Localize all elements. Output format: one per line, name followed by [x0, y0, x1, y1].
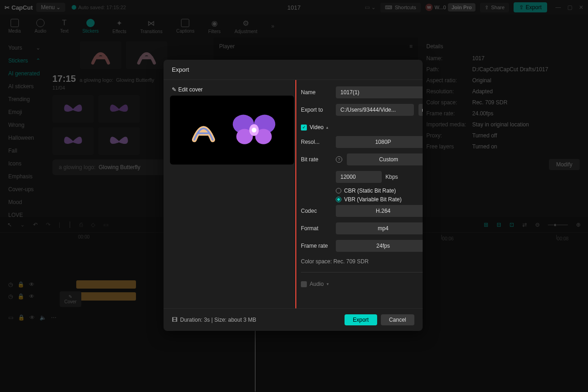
export-button-top[interactable]: ⇪ Export [514, 2, 547, 12]
tool-captions[interactable]: Captions [176, 19, 194, 34]
checkbox-off-icon[interactable] [301, 281, 307, 287]
zoom-slider[interactable]: —●—— [548, 222, 568, 228]
modify-button[interactable]: Modify [549, 159, 580, 170]
tool-icon[interactable]: ◇ [91, 222, 95, 228]
clock-icon[interactable]: ◷ [8, 281, 13, 288]
close-icon[interactable]: ✕ [579, 4, 583, 11]
tools-row: Media Audio TText Stickers ✦Effects ⋈Tra… [0, 15, 588, 38]
sidebar-stickers[interactable]: Stickers⌃ [0, 54, 49, 67]
codec-select[interactable]: H.264 [336, 205, 423, 217]
player-title: Player [219, 43, 235, 50]
tool-text[interactable]: TText [60, 19, 68, 34]
chevron-down-icon[interactable]: ⌄ [20, 222, 25, 228]
volume-icon[interactable]: 🔈 [40, 314, 46, 321]
tool-transitions[interactable]: ⋈Transitions [140, 19, 163, 34]
join-pro-button[interactable]: Join Pro [448, 3, 475, 11]
sidebar-item[interactable]: Wrong [0, 119, 49, 131]
folder-icon[interactable]: 🗀 [418, 104, 423, 116]
cover-button[interactable]: ✎Cover [60, 291, 81, 307]
avatar[interactable]: W [425, 4, 433, 11]
sidebar-item[interactable]: Trending [0, 93, 49, 106]
export-button[interactable]: Export [345, 314, 377, 325]
sidebar-item[interactable]: LOVE [0, 209, 49, 222]
sidebar-item[interactable]: Mood [0, 196, 49, 209]
lock-icon[interactable]: 🔒 [17, 281, 24, 288]
name-input[interactable] [336, 86, 423, 98]
tool-icon[interactable]: ⎙ [79, 222, 83, 228]
vbr-radio[interactable]: VBR (Variable Bit Rate) [336, 196, 423, 203]
sticker-thumb[interactable] [80, 41, 121, 69]
eye-icon[interactable]: 👁 [29, 293, 34, 300]
exportto-input[interactable] [336, 104, 414, 116]
timeline-clip[interactable] [76, 292, 136, 301]
titlebar: ✂ CapCut Menu ⌄ Auto saved: 17:15:22 101… [0, 0, 588, 15]
hamburger-icon[interactable]: ≡ [409, 43, 413, 50]
sidebar-yours[interactable]: Yours⌄ [0, 41, 49, 54]
tool-audio[interactable]: Audio [34, 19, 46, 34]
cbr-radio[interactable]: CBR (Static Bit Rate) [336, 187, 423, 194]
lock-icon[interactable]: 🔒 [17, 293, 24, 300]
format-select[interactable]: mp4 [336, 222, 423, 234]
tools-more-icon[interactable]: » [271, 23, 274, 29]
tool-icon[interactable]: ⇄ [522, 222, 527, 228]
sidebar-item[interactable]: AI stickers [0, 80, 49, 93]
more-icon[interactable]: ⋯ [51, 314, 57, 321]
tool-effects[interactable]: ✦Effects [113, 19, 126, 34]
sticker-thumb[interactable] [98, 127, 140, 155]
tool-icon[interactable]: ⊟ [497, 222, 501, 228]
bitrate-value-input[interactable] [336, 171, 382, 183]
checkbox-on-icon[interactable]: ✓ [301, 125, 307, 131]
tool-filters[interactable]: ◉Filters [208, 19, 220, 34]
dialog-title: Export [164, 60, 423, 80]
tool-icon[interactable]: ▭ [8, 314, 13, 321]
audio-section[interactable]: Audio▾ [301, 281, 423, 287]
pointer-icon[interactable]: ↖ [7, 222, 12, 228]
divider [301, 272, 423, 273]
redo-icon[interactable]: ↷ [46, 222, 51, 228]
sidebar-item[interactable]: AI generated [0, 67, 49, 80]
sidebar-item[interactable]: Halloween [0, 131, 49, 144]
tool-icon[interactable]: ⊞ [484, 222, 488, 228]
edit-cover-button[interactable]: ✎ Edit cover [170, 86, 293, 93]
sidebar-item[interactable]: Emphasis [0, 170, 49, 183]
share-button[interactable]: ⇪ Share [480, 3, 509, 12]
aspect-icon[interactable]: ▭ ⌄ [365, 4, 376, 11]
lock-icon[interactable]: 🔒 [18, 314, 25, 321]
tool-media[interactable]: Media [8, 19, 21, 34]
resolution-select[interactable]: 1080P [336, 136, 423, 148]
timeline-clip[interactable] [76, 280, 136, 289]
tool-adjustment[interactable]: ⚙Adjustment [234, 19, 257, 34]
framerate-select[interactable]: 24fps [336, 240, 423, 252]
tool-stickers[interactable]: Stickers [82, 19, 99, 34]
shortcuts-button[interactable]: ⌨ Shortcuts [380, 3, 420, 12]
sticker-thumb[interactable] [126, 41, 167, 69]
zoom-out-icon[interactable]: ⊖ [535, 222, 540, 228]
sticker-thumb[interactable] [52, 95, 94, 123]
bitrate-select[interactable]: Custom [347, 153, 423, 165]
cancel-button[interactable]: Cancel [381, 314, 414, 325]
eye-icon[interactable]: 👁 [29, 281, 34, 288]
sidebar-item[interactable]: Emoji [0, 106, 49, 119]
colorspace-text: Color space: Rec. 709 SDR [301, 258, 423, 265]
sidebar-item[interactable]: Fall [0, 144, 49, 157]
sidebar-item[interactable]: Cover-ups [0, 183, 49, 196]
zoom-in-icon[interactable]: ⊕ [576, 222, 581, 228]
tool-icon[interactable]: ▭ [103, 222, 108, 228]
svg-point-5 [252, 128, 256, 132]
minimize-icon[interactable]: — [555, 4, 561, 11]
tool-icon[interactable]: ⊡ [509, 222, 514, 228]
info-icon[interactable]: ? [336, 156, 342, 163]
undo-icon[interactable]: ↶ [33, 222, 38, 228]
export-dialog: Export ✎ Edit cover Name Export to 🗀 ✓Vi… [164, 60, 423, 331]
sticker-thumb[interactable] [98, 95, 140, 123]
clock-icon[interactable]: ◷ [8, 293, 13, 300]
sidebar-item[interactable]: Icons [0, 157, 49, 170]
chevron-up-icon: ▴ [326, 125, 328, 130]
sticker-thumb[interactable] [52, 127, 94, 155]
eye-icon[interactable]: 👁 [29, 314, 35, 321]
video-section[interactable]: ✓Video▴ [301, 124, 423, 131]
menu-button[interactable]: Menu ⌄ [36, 3, 65, 12]
maximize-icon[interactable]: ▢ [567, 4, 572, 11]
split-icon[interactable]: ⎮ [68, 222, 71, 228]
duration-text: 🎞Duration: 3s | Size: about 3 MB [172, 317, 256, 323]
